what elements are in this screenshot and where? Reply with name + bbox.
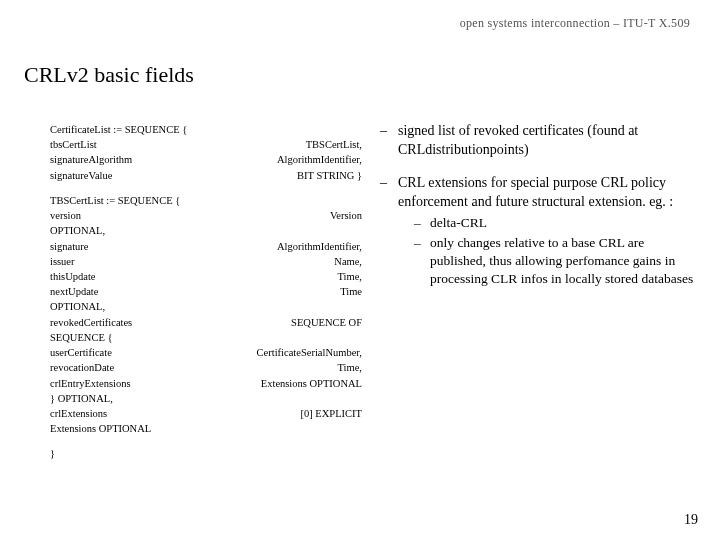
asn-block-tbscertlist: TBSCertList := SEQUENCE { versionVersion… <box>50 193 362 437</box>
dash-icon: – <box>414 214 430 232</box>
asn-line: } <box>50 446 55 461</box>
asn-field: version <box>50 208 81 223</box>
slide-header: open systems interconnection – ITU-T X.5… <box>460 16 690 31</box>
bullet-text: CRL extensions for special purpose CRL p… <box>398 175 673 209</box>
asn-field: crlEntryExtensions <box>50 376 130 391</box>
sub-bullet: – delta-CRL <box>414 214 700 232</box>
asn-field: signatureAlgorithm <box>50 152 132 167</box>
bullet-item: – CRL extensions for special purpose CRL… <box>380 174 700 289</box>
asn-type: Time, <box>338 269 362 284</box>
dash-icon: – <box>380 174 398 289</box>
asn-line: SEQUENCE { <box>50 330 113 345</box>
dash-icon: – <box>380 122 398 160</box>
asn-field: tbsCertList <box>50 137 97 152</box>
dash-icon: – <box>414 234 430 289</box>
sub-bullet-text: delta-CRL <box>430 214 487 232</box>
slide-title: CRLv2 basic fields <box>24 62 194 88</box>
bullet-list: – signed list of revoked certificates (f… <box>380 122 700 302</box>
asn-field: revocationDate <box>50 360 114 375</box>
asn-type: AlgorithmIdentifier, <box>277 152 362 167</box>
bullet-item: – signed list of revoked certificates (f… <box>380 122 700 160</box>
asn-type: Name, <box>334 254 362 269</box>
asn-line: TBSCertList := SEQUENCE { <box>50 193 180 208</box>
asn-field: issuer <box>50 254 75 269</box>
asn-line: CertificateList := SEQUENCE { <box>50 122 187 137</box>
asn-type: AlgorithmIdentifier, <box>277 239 362 254</box>
asn-type: Extensions OPTIONAL <box>261 376 362 391</box>
asn-field: revokedCertificates <box>50 315 132 330</box>
bullet-body: CRL extensions for special purpose CRL p… <box>398 174 700 289</box>
bullet-text: signed list of revoked certificates (fou… <box>398 122 700 160</box>
page-number: 19 <box>684 512 698 528</box>
asn-type: BIT STRING } <box>297 168 362 183</box>
asn-line: } OPTIONAL, <box>50 391 113 406</box>
asn-line: Extensions OPTIONAL <box>50 421 151 436</box>
asn1-definition: CertificateList := SEQUENCE { tbsCertLis… <box>50 122 362 462</box>
asn-field: nextUpdate <box>50 284 98 299</box>
asn-field: signature <box>50 239 89 254</box>
asn-type: Time <box>340 284 362 299</box>
asn-field: signatureValue <box>50 168 112 183</box>
asn-type: CertificateSerialNumber, <box>257 345 362 360</box>
asn-field: crlExtensions <box>50 406 107 421</box>
sub-bullet-text: only changes relative to a base CRL are … <box>430 234 700 289</box>
sub-bullet: – only changes relative to a base CRL ar… <box>414 234 700 289</box>
asn-type: Version <box>330 208 362 223</box>
asn-type: SEQUENCE OF <box>291 315 362 330</box>
asn-line: OPTIONAL, <box>50 223 105 238</box>
asn-type: TBSCertList, <box>306 137 362 152</box>
asn-field: userCertificate <box>50 345 112 360</box>
asn-type: [0] EXPLICIT <box>300 406 362 421</box>
asn-line: OPTIONAL, <box>50 299 105 314</box>
asn-type: Time, <box>338 360 362 375</box>
asn-field: thisUpdate <box>50 269 96 284</box>
asn-block-certificatelist: CertificateList := SEQUENCE { tbsCertLis… <box>50 122 362 183</box>
